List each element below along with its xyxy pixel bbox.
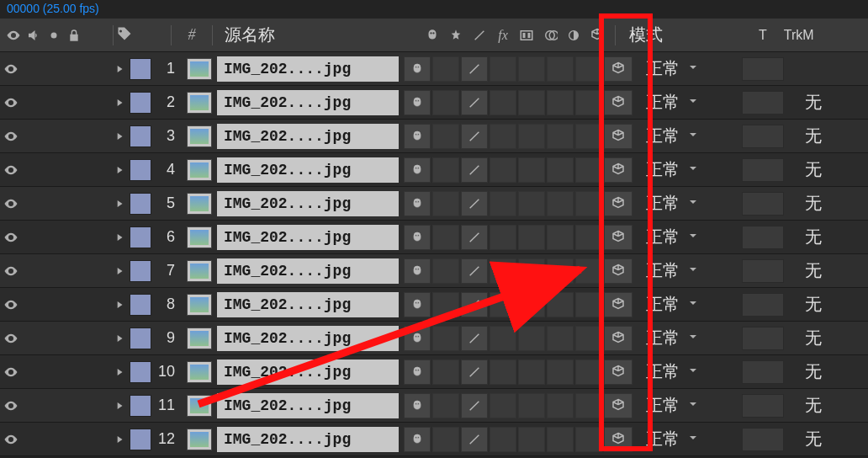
track-matte-value[interactable]: 无 — [784, 327, 826, 349]
layer-row[interactable]: 11 IMG_202....jpg 正常 — [0, 389, 868, 423]
frame-blend-switch[interactable] — [518, 326, 545, 351]
shy-switch[interactable] — [404, 393, 431, 418]
source-name[interactable]: IMG_202....jpg — [217, 124, 399, 149]
source-thumbnail[interactable] — [187, 429, 212, 450]
3d-switch[interactable] — [604, 191, 632, 216]
source-name[interactable]: IMG_202....jpg — [217, 157, 399, 183]
fx-switch[interactable] — [490, 427, 516, 452]
layer-row[interactable]: 10 IMG_202....jpg 正常 — [0, 355, 868, 389]
3d-switch[interactable] — [604, 292, 632, 317]
adjustment-switch[interactable] — [575, 90, 602, 115]
shy-switch[interactable] — [404, 258, 431, 284]
frame-blend-switch[interactable] — [518, 393, 545, 418]
blend-mode-dropdown[interactable]: 正常 — [634, 125, 735, 147]
source-thumbnail[interactable] — [187, 260, 212, 282]
label-color[interactable] — [130, 429, 151, 450]
motion-blur-switch[interactable] — [547, 258, 574, 284]
collapse-switch[interactable] — [432, 292, 459, 317]
frame-blend-switch[interactable] — [518, 90, 545, 115]
3d-switch[interactable] — [604, 56, 632, 82]
preserve-transparency-toggle[interactable] — [742, 158, 784, 182]
visibility-toggle[interactable] — [0, 331, 22, 346]
source-name[interactable]: IMG_202....jpg — [217, 292, 399, 317]
frame-blend-switch[interactable] — [518, 292, 545, 317]
visibility-toggle[interactable] — [0, 264, 22, 279]
quality-switch[interactable] — [461, 258, 488, 284]
collapse-switch[interactable] — [432, 225, 459, 250]
label-color[interactable] — [130, 294, 151, 316]
visibility-toggle[interactable] — [0, 230, 22, 245]
motion-blur-switch[interactable] — [547, 292, 574, 317]
source-thumbnail[interactable] — [187, 395, 212, 417]
source-thumbnail[interactable] — [187, 361, 212, 383]
blend-mode-dropdown[interactable]: 正常 — [634, 394, 735, 417]
preserve-transparency-toggle[interactable] — [742, 192, 784, 216]
frame-blend-switch[interactable] — [518, 191, 545, 216]
track-matte-header[interactable]: T TrkM — [745, 28, 814, 43]
fx-switch[interactable] — [490, 191, 516, 216]
track-matte-value[interactable]: 无 — [784, 259, 826, 282]
shy-switch[interactable] — [404, 292, 431, 317]
adjustment-switch[interactable] — [575, 157, 602, 183]
twirl-icon[interactable] — [109, 164, 130, 176]
slash-icon[interactable] — [468, 24, 490, 46]
adjustment-icon[interactable] — [563, 24, 585, 46]
preserve-transparency-toggle[interactable] — [742, 91, 784, 114]
preserve-transparency-toggle[interactable] — [742, 293, 784, 317]
3d-switch[interactable] — [604, 393, 632, 418]
fx-switch[interactable] — [490, 393, 516, 418]
layer-row[interactable]: 8 IMG_202....jpg 正常 — [0, 288, 868, 322]
twirl-icon[interactable] — [109, 130, 130, 142]
collapse-switch[interactable] — [432, 359, 459, 385]
source-name[interactable]: IMG_202....jpg — [217, 393, 399, 418]
twirl-icon[interactable] — [109, 333, 130, 344]
cube-3d-icon[interactable] — [586, 24, 608, 46]
fx-switch[interactable] — [490, 258, 516, 284]
visibility-toggle[interactable] — [0, 432, 22, 447]
shy-switch[interactable] — [404, 191, 431, 216]
motion-blur-switch[interactable] — [547, 225, 574, 250]
twirl-icon[interactable] — [109, 63, 130, 75]
fx-switch[interactable] — [490, 292, 516, 317]
dot-icon[interactable] — [45, 27, 62, 44]
layer-row[interactable]: 6 IMG_202....jpg 正常 — [0, 221, 868, 254]
3d-switch[interactable] — [604, 258, 632, 284]
source-thumbnail[interactable] — [187, 226, 212, 248]
source-thumbnail[interactable] — [187, 193, 212, 215]
fx-switch[interactable] — [490, 225, 516, 250]
shy-switch[interactable] — [404, 427, 431, 452]
source-thumbnail[interactable] — [187, 92, 212, 114]
preserve-transparency-toggle[interactable] — [742, 327, 784, 350]
source-name[interactable]: IMG_202....jpg — [217, 258, 399, 284]
motion-blur-switch[interactable] — [547, 191, 574, 216]
collapse-switch[interactable] — [432, 191, 459, 216]
eye-icon[interactable] — [5, 27, 22, 44]
visibility-toggle[interactable] — [0, 297, 22, 312]
label-color[interactable] — [130, 395, 151, 417]
layer-row[interactable]: 3 IMG_202....jpg 正常 — [0, 120, 868, 153]
frame-blend-switch[interactable] — [518, 157, 545, 183]
preserve-transparency-toggle[interactable] — [742, 360, 784, 384]
motion-blur-switch[interactable] — [547, 359, 574, 385]
adjustment-switch[interactable] — [575, 258, 602, 284]
blend-mode-dropdown[interactable]: 正常 — [634, 91, 735, 114]
adjustment-switch[interactable] — [575, 191, 602, 216]
visibility-toggle[interactable] — [0, 95, 22, 110]
label-color[interactable] — [130, 58, 151, 80]
blend-mode-dropdown[interactable]: 正常 — [634, 293, 735, 316]
adjustment-switch[interactable] — [575, 56, 602, 82]
blend-mode-dropdown[interactable]: 正常 — [634, 327, 735, 349]
3d-switch[interactable] — [604, 225, 632, 250]
adjustment-switch[interactable] — [575, 393, 602, 418]
quality-switch[interactable] — [461, 124, 488, 149]
shy-switch[interactable] — [404, 90, 431, 115]
preserve-transparency-toggle[interactable] — [742, 394, 784, 418]
frame-blend-switch[interactable] — [518, 225, 545, 250]
layer-row[interactable]: 7 IMG_202....jpg 正常 — [0, 254, 868, 288]
mode-header[interactable]: 模式 — [619, 24, 745, 46]
shy-switch[interactable] — [404, 225, 431, 250]
visibility-toggle[interactable] — [0, 196, 22, 211]
source-thumbnail[interactable] — [187, 159, 212, 181]
blend-mode-dropdown[interactable]: 正常 — [634, 226, 735, 248]
track-matte-value[interactable]: 无 — [784, 125, 826, 147]
